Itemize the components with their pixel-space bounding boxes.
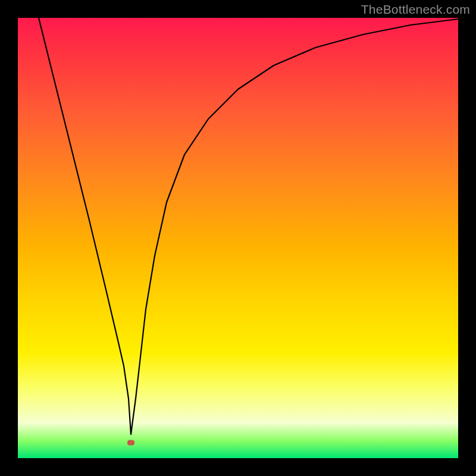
bottleneck-curve [39,18,458,434]
plot-area [18,18,458,458]
watermark-text: TheBottleneck.com [361,2,470,17]
optimal-point-marker [127,440,134,446]
curve-svg [18,18,458,458]
chart-frame: TheBottleneck.com [0,0,476,476]
